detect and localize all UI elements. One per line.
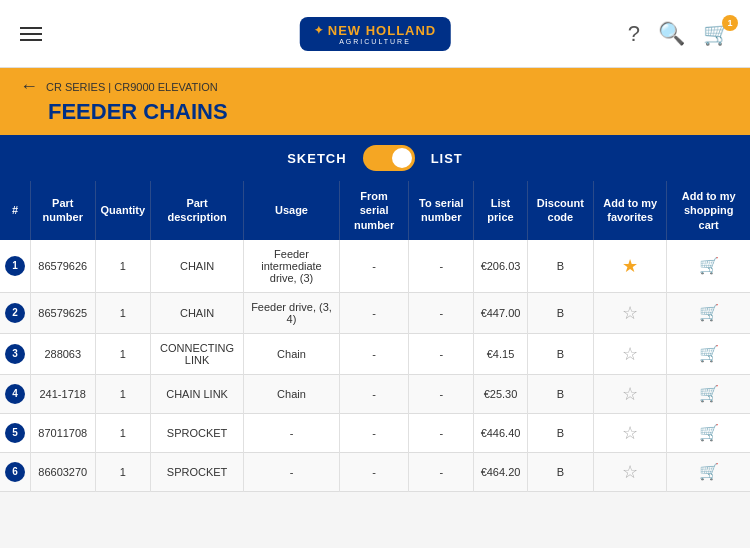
cell-from-serial: - [339, 333, 408, 374]
cell-discount-code: B [527, 413, 593, 452]
cell-favorites[interactable]: ★ [594, 240, 667, 293]
cell-list-price: €464.20 [474, 452, 527, 491]
header: ✦ NEW HOLLAND AGRICULTURE ? 🔍 🛒 1 [0, 0, 750, 68]
favorites-star[interactable]: ☆ [622, 423, 638, 443]
cell-quantity: 1 [95, 333, 151, 374]
search-icon[interactable]: 🔍 [658, 21, 685, 47]
cell-part-number: 86579625 [31, 292, 96, 333]
cell-favorites[interactable]: ☆ [594, 413, 667, 452]
breadcrumb-nav: ← CR SERIES | CR9000 ELEVATION [20, 76, 730, 97]
col-usage: Usage [244, 181, 340, 240]
cell-from-serial: - [339, 413, 408, 452]
cell-part-desc: CHAIN LINK [151, 374, 244, 413]
page-title: FEEDER CHAINS [20, 99, 730, 125]
parts-table: # Part number Quantity Part description … [0, 181, 750, 492]
col-part-desc: Part description [151, 181, 244, 240]
favorites-star[interactable]: ☆ [622, 462, 638, 482]
cell-cart[interactable]: 🛒 [667, 413, 750, 452]
cell-favorites[interactable]: ☆ [594, 292, 667, 333]
header-right: ? 🔍 🛒 1 [628, 21, 730, 47]
cell-part-number: 86579626 [31, 240, 96, 293]
logo: ✦ NEW HOLLAND AGRICULTURE [300, 17, 451, 51]
cell-from-serial: - [339, 452, 408, 491]
table-header-row: # Part number Quantity Part description … [0, 181, 750, 240]
table-row: 3 288063 1 CONNECTING LINK Chain - - €4.… [0, 333, 750, 374]
cell-part-desc: CHAIN [151, 240, 244, 293]
breadcrumb-series: CR SERIES | CR9000 ELEVATION [46, 81, 218, 93]
cell-from-serial: - [339, 240, 408, 293]
add-to-cart-button[interactable]: 🛒 [699, 257, 719, 274]
cell-part-desc: SPROCKET [151, 413, 244, 452]
favorites-star[interactable]: ☆ [622, 303, 638, 323]
col-add-cart: Add to my shopping cart [667, 181, 750, 240]
favorites-star[interactable]: ☆ [622, 384, 638, 404]
table-row: 1 86579626 1 CHAIN Feeder intermediate d… [0, 240, 750, 293]
cell-list-price: €206.03 [474, 240, 527, 293]
cell-num: 3 [0, 333, 31, 374]
help-icon[interactable]: ? [628, 21, 640, 47]
logo-brand-text: NEW HOLLAND [328, 23, 437, 38]
col-to-serial: To serial number [409, 181, 474, 240]
favorites-star[interactable]: ★ [622, 256, 638, 276]
cell-list-price: €447.00 [474, 292, 527, 333]
cart-badge: 1 [722, 15, 738, 31]
cell-list-price: €25.30 [474, 374, 527, 413]
cell-cart[interactable]: 🛒 [667, 292, 750, 333]
col-part-number: Part number [31, 181, 96, 240]
cell-part-number: 86603270 [31, 452, 96, 491]
col-add-favorites: Add to my favorites [594, 181, 667, 240]
hamburger-menu[interactable] [20, 27, 42, 41]
parts-table-container: # Part number Quantity Part description … [0, 181, 750, 492]
col-quantity: Quantity [95, 181, 151, 240]
cell-num: 2 [0, 292, 31, 333]
col-num: # [0, 181, 31, 240]
table-row: 5 87011708 1 SPROCKET - - - €446.40 B ☆ … [0, 413, 750, 452]
cell-part-number: 87011708 [31, 413, 96, 452]
cell-cart[interactable]: 🛒 [667, 374, 750, 413]
cell-to-serial: - [409, 374, 474, 413]
cell-to-serial: - [409, 292, 474, 333]
add-to-cart-button[interactable]: 🛒 [699, 345, 719, 362]
cell-quantity: 1 [95, 240, 151, 293]
cell-part-desc: SPROCKET [151, 452, 244, 491]
cell-num: 5 [0, 413, 31, 452]
header-left [20, 27, 42, 41]
cart-icon[interactable]: 🛒 1 [703, 21, 730, 47]
cell-usage: Feeder drive, (3, 4) [244, 292, 340, 333]
col-from-serial: From serial number [339, 181, 408, 240]
back-button[interactable]: ← [20, 76, 38, 97]
add-to-cart-button[interactable]: 🛒 [699, 424, 719, 441]
cell-to-serial: - [409, 240, 474, 293]
cell-cart[interactable]: 🛒 [667, 333, 750, 374]
sketch-list-toggle[interactable] [363, 145, 415, 171]
cell-discount-code: B [527, 452, 593, 491]
cell-discount-code: B [527, 374, 593, 413]
add-to-cart-button[interactable]: 🛒 [699, 304, 719, 321]
cell-to-serial: - [409, 452, 474, 491]
cell-usage: - [244, 452, 340, 491]
toggle-bar: SKETCH LIST [0, 135, 750, 181]
cell-cart[interactable]: 🛒 [667, 240, 750, 293]
cell-part-desc: CONNECTING LINK [151, 333, 244, 374]
table-body: 1 86579626 1 CHAIN Feeder intermediate d… [0, 240, 750, 492]
cell-quantity: 1 [95, 452, 151, 491]
cell-discount-code: B [527, 292, 593, 333]
cell-favorites[interactable]: ☆ [594, 374, 667, 413]
cell-list-price: €4.15 [474, 333, 527, 374]
add-to-cart-button[interactable]: 🛒 [699, 463, 719, 480]
cell-discount-code: B [527, 333, 593, 374]
cell-to-serial: - [409, 333, 474, 374]
cell-usage: Chain [244, 333, 340, 374]
add-to-cart-button[interactable]: 🛒 [699, 385, 719, 402]
cell-favorites[interactable]: ☆ [594, 452, 667, 491]
cell-to-serial: - [409, 413, 474, 452]
cell-list-price: €446.40 [474, 413, 527, 452]
cell-cart[interactable]: 🛒 [667, 452, 750, 491]
favorites-star[interactable]: ☆ [622, 344, 638, 364]
table-row: 2 86579625 1 CHAIN Feeder drive, (3, 4) … [0, 292, 750, 333]
cell-quantity: 1 [95, 292, 151, 333]
cell-from-serial: - [339, 374, 408, 413]
cell-quantity: 1 [95, 374, 151, 413]
cell-favorites[interactable]: ☆ [594, 333, 667, 374]
cell-part-desc: CHAIN [151, 292, 244, 333]
